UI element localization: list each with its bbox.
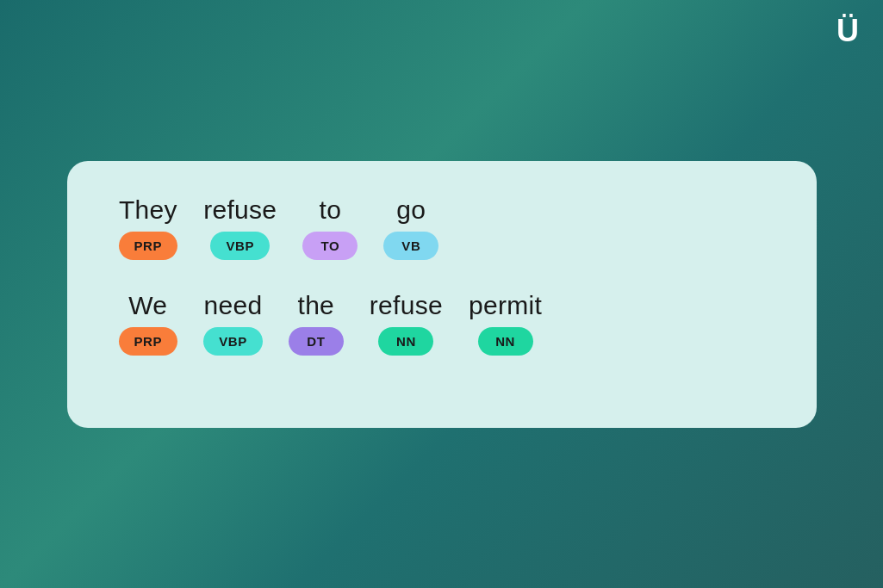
word-group-1-2: refuseVBP — [203, 195, 277, 260]
word-group-1-3: toTO — [302, 195, 358, 260]
tag-badge-2-2: VBP — [203, 327, 263, 356]
word-group-2-1: WePRP — [119, 291, 178, 356]
word-group-2-2: needVBP — [203, 291, 263, 356]
app-logo: Ü — [836, 15, 859, 46]
word-group-1-4: goVB — [383, 195, 438, 260]
word-text-2-1: We — [128, 291, 167, 320]
word-text-2-3: the — [298, 291, 335, 320]
words-line-2: WePRPneedVBPtheDTrefuseNNpermitNN — [119, 291, 543, 356]
word-group-2-4: refuseNN — [370, 291, 443, 356]
word-text-1-3: to — [320, 195, 342, 225]
tag-badge-2-3: DT — [289, 327, 344, 356]
word-group-1-1: TheyPRP — [119, 195, 178, 260]
tag-badge-1-4: VB — [383, 232, 438, 260]
word-text-2-5: permit — [469, 291, 542, 320]
words-line-1: TheyPRPrefuseVBPtoTOgoVB — [119, 195, 439, 260]
word-text-2-4: refuse — [370, 291, 443, 320]
word-text-1-2: refuse — [203, 195, 277, 225]
tag-badge-1-3: TO — [302, 232, 358, 260]
word-text-1-1: They — [119, 195, 177, 225]
tag-badge-1-1: PRP — [119, 232, 178, 260]
main-card: TheyPRPrefuseVBPtoTOgoVBWePRPneedVBPtheD… — [67, 161, 817, 428]
tag-badge-1-2: VBP — [210, 232, 270, 260]
tag-badge-2-4: NN — [378, 327, 433, 356]
word-group-2-5: permitNN — [469, 291, 542, 356]
word-group-2-3: theDT — [289, 291, 344, 356]
tag-badge-2-5: NN — [478, 327, 533, 356]
word-text-1-4: go — [396, 195, 426, 225]
sentence-row-1: TheyPRPrefuseVBPtoTOgoVB — [119, 195, 765, 260]
word-text-2-2: need — [204, 291, 263, 320]
tag-badge-2-1: PRP — [119, 327, 178, 356]
sentence-row-2: WePRPneedVBPtheDTrefuseNNpermitNN — [119, 291, 765, 356]
